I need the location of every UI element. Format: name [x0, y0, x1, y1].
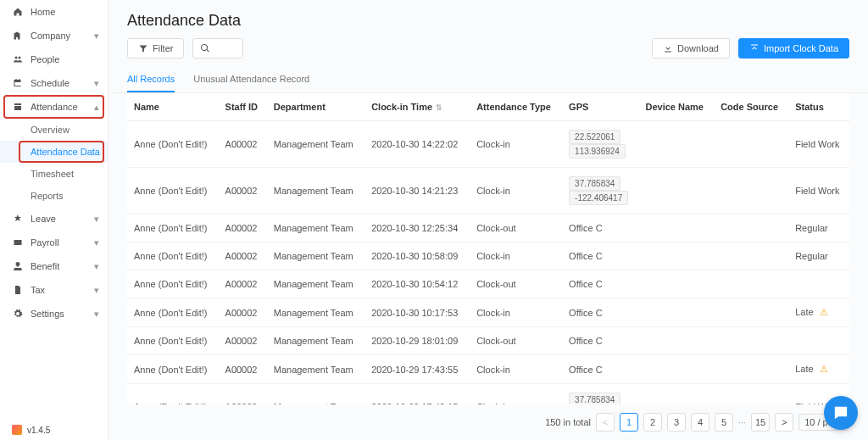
- tab-unusual-attendance-record[interactable]: Unusual Attendance Record: [193, 67, 309, 92]
- sidebar-item-settings[interactable]: Settings▾: [0, 302, 108, 326]
- sidebar-item-home[interactable]: Home: [0, 0, 108, 24]
- column-header[interactable]: Attendance Type: [470, 93, 562, 121]
- cell-device: [639, 214, 715, 242]
- column-header[interactable]: GPS: [562, 93, 638, 121]
- column-header[interactable]: Status: [788, 93, 849, 121]
- sidebar-item-company[interactable]: Company▾: [0, 24, 108, 47]
- cell-clock-time: 2020-10-30 10:17:53: [364, 298, 470, 327]
- import-clock-data-button[interactable]: Import Clock Data: [738, 38, 849, 58]
- table-row[interactable]: Anne (Don't Edit!)A00002Management Team2…: [127, 327, 849, 355]
- cell-name: Anne (Don't Edit!): [127, 384, 219, 405]
- search-input[interactable]: [192, 38, 243, 58]
- pagination-page[interactable]: 3: [667, 413, 686, 432]
- upload-icon: [749, 43, 760, 53]
- cell-status: Regular: [788, 242, 849, 270]
- pagination: 150 in total < 12345 ··· 15 > 10 / page: [108, 404, 868, 440]
- cell-device: [639, 298, 715, 327]
- column-header[interactable]: Clock-in Time⇅: [364, 93, 470, 121]
- sidebar-subitem-reports[interactable]: Reports: [0, 185, 108, 207]
- cell-department: Management Team: [267, 355, 364, 384]
- cell-attendance-type: Clock-in: [470, 298, 562, 327]
- cell-department: Management Team: [267, 327, 364, 355]
- table-row[interactable]: Anne (Don't Edit!)A00002Management Team2…: [127, 214, 849, 242]
- sidebar-subitem-attendance-data[interactable]: Attendance Data: [0, 141, 108, 163]
- cell-name: Anne (Don't Edit!): [127, 327, 219, 355]
- sidebar-item-payroll[interactable]: Payroll▾: [0, 231, 108, 254]
- sidebar-item-people[interactable]: People: [0, 47, 108, 71]
- pagination-page[interactable]: 1: [620, 413, 638, 432]
- table-row[interactable]: Anne (Don't Edit!)A00002Management Team2…: [127, 242, 849, 270]
- cell-department: Management Team: [267, 214, 364, 242]
- chevron-down-icon: ▾: [94, 261, 101, 272]
- version-label: v1.4.5: [27, 426, 50, 435]
- toolbar: Filter Download Import Clock Data: [127, 38, 849, 58]
- pagination-prev[interactable]: <: [596, 413, 615, 432]
- pagination-page[interactable]: 4: [691, 413, 709, 432]
- pagination-page[interactable]: 5: [715, 413, 733, 432]
- cell-clock-time: 2020-10-30 10:54:12: [364, 270, 470, 298]
- cell-attendance-type: Clock-out: [470, 270, 562, 298]
- intercom-launcher[interactable]: [824, 396, 858, 430]
- cell-department: Management Team: [267, 168, 364, 214]
- cell-attendance-type: Clock-in: [470, 121, 562, 168]
- cell-attendance-type: Clock-out: [470, 214, 562, 242]
- tab-all-records[interactable]: All Records: [127, 67, 175, 92]
- cell-clock-time: 2020-10-30 14:22:02: [364, 121, 470, 168]
- pagination-page[interactable]: 2: [643, 413, 662, 432]
- cell-attendance-type: Clock-in: [470, 355, 562, 384]
- cell-department: Management Team: [267, 242, 364, 270]
- sort-icon: ⇅: [436, 103, 442, 112]
- cell-attendance-type: Clock-in: [470, 242, 562, 270]
- sidebar-subitem-timesheet[interactable]: Timesheet: [0, 163, 108, 185]
- chevron-down-icon: ▾: [94, 78, 101, 89]
- download-button[interactable]: Download: [652, 38, 730, 58]
- leave-icon: [12, 213, 24, 225]
- sidebar-item-tax[interactable]: Tax▾: [0, 278, 108, 302]
- pagination-next[interactable]: >: [775, 413, 793, 432]
- tabs: All RecordsUnusual Attendance Record: [108, 67, 868, 93]
- table-row[interactable]: Anne (Don't Edit!)A00002Management Team2…: [127, 384, 849, 405]
- cell-code-source: [714, 355, 788, 384]
- column-header[interactable]: Device Name: [639, 93, 715, 121]
- cell-code-source: [714, 214, 788, 242]
- filter-button[interactable]: Filter: [127, 38, 184, 58]
- column-header[interactable]: Staff ID: [219, 93, 267, 121]
- cell-status: Regular: [788, 214, 849, 242]
- sidebar-item-benefit[interactable]: Benefit▾: [0, 254, 108, 278]
- table-row[interactable]: Anne (Don't Edit!)A00002Management Team2…: [127, 168, 849, 214]
- column-header[interactable]: Code Source: [714, 93, 788, 121]
- cell-device: [639, 327, 715, 355]
- cell-device: [639, 270, 715, 298]
- cell-gps: Office C: [562, 214, 638, 242]
- sidebar-item-leave[interactable]: Leave▾: [0, 207, 108, 231]
- sidebar-item-attendance[interactable]: Attendance▴: [0, 95, 108, 119]
- sidebar-subitem-overview[interactable]: Overview: [0, 119, 108, 141]
- cell-attendance-type: Clock-in: [470, 384, 562, 405]
- cell-name: Anne (Don't Edit!): [127, 168, 219, 214]
- column-header[interactable]: Department: [267, 93, 364, 121]
- cell-code-source: [714, 298, 788, 327]
- table-row[interactable]: Anne (Don't Edit!)A00002Management Team2…: [127, 355, 849, 384]
- gps-pill: 37.785834: [569, 393, 620, 404]
- cell-department: Management Team: [267, 298, 364, 327]
- cell-staff-id: A00002: [219, 214, 267, 242]
- sidebar-item-label: Tax: [31, 285, 94, 295]
- gps-pill: 113.936924: [569, 144, 626, 159]
- table-row[interactable]: Anne (Don't Edit!)A00002Management Team2…: [127, 298, 849, 327]
- sidebar-item-label: People: [31, 54, 101, 64]
- chat-icon: [832, 404, 849, 421]
- sidebar-item-label: Home: [31, 7, 101, 17]
- table-row[interactable]: Anne (Don't Edit!)A00002Management Team2…: [127, 121, 849, 168]
- cell-gps: Office C: [562, 355, 638, 384]
- import-label: Import Clock Data: [764, 43, 838, 53]
- table-row[interactable]: Anne (Don't Edit!)A00002Management Team2…: [127, 270, 849, 298]
- cell-device: [639, 121, 715, 168]
- sidebar-item-schedule[interactable]: Schedule▾: [0, 71, 108, 95]
- warning-icon: ⚠: [820, 364, 828, 374]
- cell-device: [639, 168, 715, 214]
- pagination-last[interactable]: 15: [751, 413, 770, 432]
- download-label: Download: [677, 43, 719, 53]
- column-header[interactable]: Name: [127, 93, 219, 121]
- version-footer: v1.4.5: [0, 420, 108, 440]
- cell-staff-id: A00002: [219, 168, 267, 214]
